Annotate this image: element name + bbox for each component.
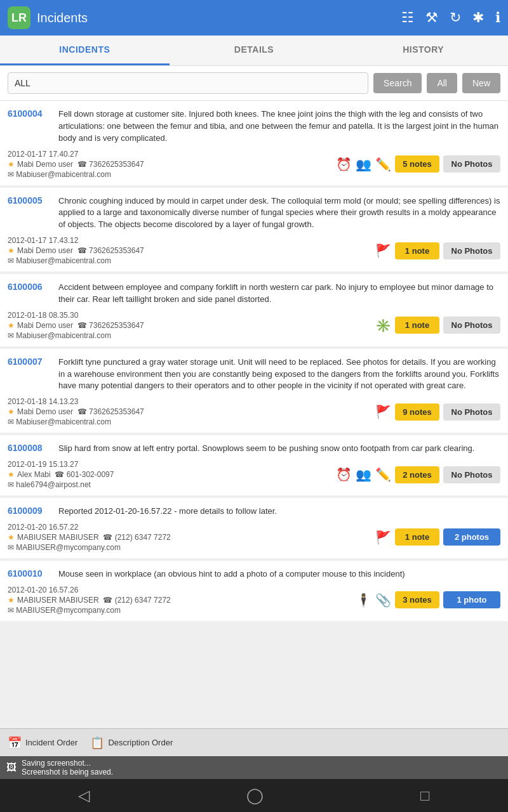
meta-icons: ⏰ 👥 ✏️ xyxy=(336,467,391,482)
clipboard-icon: 📋 xyxy=(90,736,104,750)
notes-badge[interactable]: 2 notes xyxy=(395,466,439,483)
photos-badge[interactable]: No Photos xyxy=(443,155,500,173)
star-icon: ★ xyxy=(8,407,15,416)
meta-left: 2012-01-18 14.13.23 ★Mabi Demo user ☎ 73… xyxy=(8,397,144,426)
meta-left: 2012-01-19 15.13.27 ★Alex Mabi ☎ 601-302… xyxy=(8,460,114,489)
meta-user: ★Mabi Demo user ☎ 7362625353647 xyxy=(8,246,144,255)
meta-datetime: 2012-01-17 17.43.12 xyxy=(8,236,144,245)
incident-id: 6100010 xyxy=(8,568,53,579)
search-bar: Search All New xyxy=(0,66,508,101)
photos-badge[interactable]: No Photos xyxy=(443,466,500,483)
meta-datetime: 2012-01-17 17.40.27 xyxy=(8,150,144,159)
tab-incidents[interactable]: INCIDENTS xyxy=(0,36,170,65)
notes-badge[interactable]: 9 notes xyxy=(395,403,439,421)
clock-icon: ⏰ xyxy=(336,467,352,482)
meta-right: 🚩 1 note 2 photos xyxy=(375,528,500,546)
incident-item-6100007[interactable]: 6100007 Forklift tyne punctured a gray w… xyxy=(0,349,508,433)
bottom-bar: 📅 Incident Order 📋 Description Order xyxy=(0,728,508,756)
incident-id: 6100005 xyxy=(8,195,53,206)
incident-description: Fell down storage at customer site. Inju… xyxy=(58,108,500,145)
save-sub-text: Screenshot is being saved. xyxy=(22,768,113,776)
meta-right: 🚩 1 note No Photos xyxy=(375,242,500,259)
photos-badge[interactable]: No Photos xyxy=(443,403,500,421)
save-notification: 🖼 Saving screenshot... Screenshot is bei… xyxy=(0,756,508,779)
meta-left: 2012-01-17 17.40.27 ★Mabi Demo user ☎ 73… xyxy=(8,150,144,179)
meta-user: ★Mabi Demo user ☎ 7362625353647 xyxy=(8,407,144,416)
notes-badge[interactable]: 1 note xyxy=(395,317,439,334)
incident-order-label: Incident Order xyxy=(25,738,77,747)
meta-icons: 🚩 xyxy=(375,243,391,258)
meta-icons: 🚩 xyxy=(375,530,391,545)
incident-item-6100010[interactable]: 6100010 Mouse seen in workplace (an obvi… xyxy=(0,561,508,621)
meta-left: 2012-01-17 17.43.12 ★Mabi Demo user ☎ 73… xyxy=(8,236,144,265)
incident-description: Chronic coughing induced by mould in car… xyxy=(58,195,500,232)
incident-description: Reported 2012-01-20-16.57.22 - more deta… xyxy=(58,506,277,518)
incident-header: 6100009 Reported 2012-01-20-16.57.22 - m… xyxy=(8,506,500,518)
tabs: INCIDENTS DETAILS HISTORY xyxy=(0,36,508,66)
notes-badge[interactable]: 5 notes xyxy=(395,155,439,173)
incident-description: Mouse seen in workplace (an obvious hint… xyxy=(58,568,405,580)
incident-header: 6100008 Slip hard from snow at left entr… xyxy=(8,443,500,455)
wrench-icon[interactable]: ⚒ xyxy=(425,10,438,26)
recents-icon[interactable]: □ xyxy=(420,787,430,804)
pencil-icon: ✏️ xyxy=(375,467,391,482)
incident-header: 6100006 Accident between employee and co… xyxy=(8,282,500,306)
document-icon[interactable]: ☷ xyxy=(401,10,414,26)
incident-meta: 2012-01-18 08.35.30 ★Mabi Demo user ☎ 73… xyxy=(8,311,500,340)
app-title: Incidents xyxy=(37,11,401,25)
incident-item-6100008[interactable]: 6100008 Slip hard from snow at left entr… xyxy=(0,435,508,495)
clock-icon: ⏰ xyxy=(336,157,352,172)
notes-badge[interactable]: 1 note xyxy=(395,528,439,546)
incident-id: 6100009 xyxy=(8,506,53,516)
photos-badge[interactable]: 1 photo xyxy=(443,591,500,608)
meta-user: ★Mabi Demo user ☎ 7362625353647 xyxy=(8,160,144,169)
incident-header: 6100007 Forklift tyne punctured a gray w… xyxy=(8,357,500,393)
tab-details[interactable]: DETAILS xyxy=(170,36,339,65)
search-button[interactable]: Search xyxy=(373,73,422,93)
info-icon[interactable]: ℹ xyxy=(495,10,500,26)
incident-item-6100005[interactable]: 6100005 Chronic coughing induced by moul… xyxy=(0,188,508,272)
meta-datetime: 2012-01-18 08.35.30 xyxy=(8,311,144,320)
new-button[interactable]: New xyxy=(462,73,500,93)
description-order-button[interactable]: 📋 Description Order xyxy=(90,736,173,750)
group-icon: 👥 xyxy=(356,467,371,482)
meta-icons: ✳️ xyxy=(375,318,391,333)
tab-history[interactable]: HISTORY xyxy=(338,36,508,65)
incident-meta: 2012-01-17 17.43.12 ★Mabi Demo user ☎ 73… xyxy=(8,236,500,265)
meta-left: 2012-01-20 16.57.22 ★MABIUSER MABIUSER ☎… xyxy=(8,523,171,552)
app-logo: LR xyxy=(8,6,30,29)
notes-badge[interactable]: 1 note xyxy=(395,242,439,259)
meta-email: ✉ hale6794@airpost.net xyxy=(8,480,114,489)
meta-right: ⏰ 👥 ✏️ 5 notes No Photos xyxy=(336,155,500,173)
settings-icon[interactable]: ✱ xyxy=(472,10,484,26)
paperclip-icon: 📎 xyxy=(375,593,391,608)
meta-datetime: 2012-01-18 14.13.23 xyxy=(8,397,144,406)
incident-id: 6100008 xyxy=(8,443,53,453)
meta-right: 🕴️ 📎 3 notes 1 photo xyxy=(356,591,500,608)
meta-icons: ⏰ 👥 ✏️ xyxy=(336,157,391,172)
search-input[interactable] xyxy=(8,72,368,94)
incident-header: 6100004 Fell down storage at customer si… xyxy=(8,108,500,145)
meta-email: ✉ Mabiuser@mabicentral.com xyxy=(8,417,144,426)
incident-item-6100009[interactable]: 6100009 Reported 2012-01-20-16.57.22 - m… xyxy=(0,498,508,558)
meta-user: ★MABIUSER MABIUSER ☎ (212) 6347 7272 xyxy=(8,596,171,605)
meta-right: 🚩 9 notes No Photos xyxy=(375,403,500,421)
nav-bar: ◁ ◯ □ xyxy=(0,779,508,812)
incident-description: Forklift tyne punctured a gray water sto… xyxy=(58,357,500,393)
incident-order-button[interactable]: 📅 Incident Order xyxy=(8,736,77,750)
incident-item-6100006[interactable]: 6100006 Accident between employee and co… xyxy=(0,274,508,346)
photos-badge[interactable]: No Photos xyxy=(443,242,500,259)
incident-description: Slip hard from snow at left entry portal… xyxy=(58,443,474,455)
photos-badge[interactable]: No Photos xyxy=(443,317,500,334)
meta-icons: 🕴️ 📎 xyxy=(356,593,391,608)
incident-meta: 2012-01-20 16.57.22 ★MABIUSER MABIUSER ☎… xyxy=(8,523,500,552)
back-icon[interactable]: ◁ xyxy=(78,787,90,804)
all-button[interactable]: All xyxy=(427,73,457,93)
meta-left: 2012-01-20 16.57.26 ★MABIUSER MABIUSER ☎… xyxy=(8,586,171,615)
incident-item-6100004[interactable]: 6100004 Fell down storage at customer si… xyxy=(0,101,508,185)
photos-badge[interactable]: 2 photos xyxy=(443,528,500,546)
notes-badge[interactable]: 3 notes xyxy=(395,591,439,608)
refresh-icon[interactable]: ↻ xyxy=(450,10,461,26)
home-icon[interactable]: ◯ xyxy=(246,787,264,804)
meta-datetime: 2012-01-19 15.13.27 xyxy=(8,460,114,469)
